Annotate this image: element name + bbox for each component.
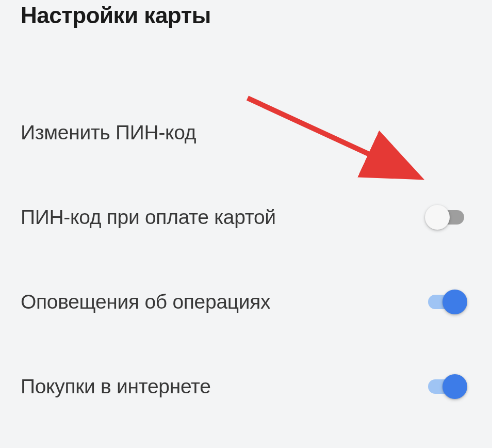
setting-change-pin[interactable]: Изменить ПИН-код bbox=[21, 90, 471, 175]
setting-online-purchases[interactable]: Покупки в интернете bbox=[21, 344, 471, 429]
setting-label: Оповещения об операциях bbox=[21, 291, 270, 313]
toggle-thumb bbox=[442, 374, 467, 399]
toggle-thumb bbox=[425, 205, 450, 230]
setting-label: Покупки в интернете bbox=[21, 375, 211, 398]
toggle-thumb bbox=[442, 290, 467, 314]
setting-label: ПИН-код при оплате картой bbox=[21, 206, 276, 229]
setting-cash-withdrawal[interactable]: Снятие наличных bbox=[21, 429, 471, 448]
toggle-pin-on-pay[interactable] bbox=[426, 210, 466, 225]
toggle-online-purchases[interactable] bbox=[426, 379, 466, 394]
setting-notifications[interactable]: Оповещения об операциях bbox=[21, 260, 471, 344]
setting-label: Изменить ПИН-код bbox=[21, 121, 196, 144]
toggle-notifications[interactable] bbox=[426, 294, 466, 310]
setting-pin-on-pay[interactable]: ПИН-код при оплате картой bbox=[21, 175, 471, 260]
page-title: Настройки карты bbox=[21, 3, 471, 28]
settings-list: Изменить ПИН-код ПИН-код при оплате карт… bbox=[21, 90, 471, 448]
